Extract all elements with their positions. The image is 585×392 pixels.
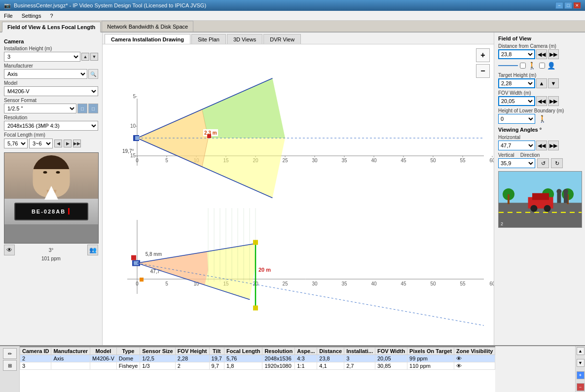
menu-settings[interactable]: Settings [20,12,43,19]
horizontal-select[interactable]: 47,7 [498,141,535,150]
table-cell: 3 [20,362,51,370]
subtab-siteplan[interactable]: Site Plan [191,34,226,44]
zoom-in-button[interactable]: + [476,48,490,62]
model-label: Model [4,80,98,86]
maximize-button[interactable]: □ [564,2,572,9]
scroll-up[interactable]: ▲ [577,347,585,355]
table-cell: 2 [175,362,209,370]
tab-network-bandwidth[interactable]: Network Bandwidth & Disk Space [102,21,193,32]
col-install: Installati... [344,348,375,355]
table-cell: 👁 [454,355,495,362]
install-height-down[interactable]: ▼ [90,53,98,61]
vertical-select[interactable]: 35,9 [498,158,535,168]
model-select[interactable]: M4206-V [4,86,98,96]
resolution-row: 2048x1536 (3MP 4:3) [4,121,98,131]
install-height-select[interactable]: 324 [4,52,80,62]
focal-row: 5,76 3~6 ◀ ▶ ▶▶ [4,139,98,148]
main-content: Camera Installation Height (m) 324 ▲ ▼ M… [0,33,585,345]
focal-select1[interactable]: 5,76 [4,139,28,148]
subtab-3dviews[interactable]: 3D Views [227,34,262,44]
focal-select2[interactable]: 3~6 [29,139,53,148]
install-height-label: Installation Height (m) [4,46,98,51]
window-controls: − □ ✕ [555,2,581,9]
distance-right[interactable]: ▶▶ [548,49,559,59]
target-height-label: Target Height (m) [498,72,581,78]
checkbox2-row: 👤 [539,62,555,70]
table-row[interactable]: 3Fisheye1/329,71,81920x10801:14,12,730,8… [20,362,495,370]
manufacturer-search-icon[interactable]: 🔍 [88,69,98,79]
manufacturer-select[interactable]: Axis [4,69,87,79]
focal-right-arrow[interactable]: ▶ [64,140,72,147]
distance-select[interactable]: 23,8 [498,49,535,59]
col-distance: Distance [317,348,344,355]
sub-tabbar: Camera Installation Drawing Site Plan 3D… [103,33,494,44]
subtab-dvrview[interactable]: DVR View [263,34,301,44]
person-image: BE-028AB I [4,153,98,224]
person-icon1: 🚶 [528,62,536,70]
subtab-installation[interactable]: Camera Installation Drawing [105,34,190,44]
resolution-select[interactable]: 2048x1536 (3MP 4:3) [4,121,98,131]
distance-row: 23,8 ◀◀ ▶▶ [498,49,581,59]
scroll-remove[interactable]: − [577,383,585,391]
focal-left-arrow[interactable]: ◀ [54,140,62,147]
col-type: Type [116,348,140,355]
tab-fov-focal[interactable]: Field of View & Lens Focal Length [2,22,101,33]
horiz-left[interactable]: ◀◀ [536,141,547,150]
vertical-direction-row: 35,9 ↺ ↻ [498,158,581,168]
sensor-select[interactable]: 1/2.5 " [4,104,76,113]
canvas-area[interactable]: + − [103,44,494,345]
table-cell: 1/3 [140,362,175,370]
cam-people-icon[interactable]: 👥 [87,245,98,255]
install-height-row: 324 ▲ ▼ [4,52,98,62]
lower-boundary-select[interactable]: 0 [498,114,535,124]
distance-left[interactable]: ◀◀ [536,49,547,59]
minimize-button[interactable]: − [555,2,563,9]
direction-rotate-left[interactable]: ↺ [537,158,549,168]
preview-canvas [499,172,582,228]
install-height-up[interactable]: ▲ [81,53,89,61]
col-ppt: Pixels On Target [407,348,454,355]
table-cell: 👁 [454,362,495,370]
tool-table[interactable]: ⊞ [3,360,17,371]
table-row[interactable]: 2AxisM4206-VDome1/2,52,2819,75,762048x15… [20,355,495,362]
table-cell [51,362,90,370]
checkbox2[interactable] [539,63,545,69]
focal-double-right[interactable]: ▶▶ [73,140,81,147]
tool-pencil[interactable]: ✏ [3,348,17,359]
menu-file[interactable]: File [2,12,15,19]
scroll-add[interactable]: + [577,371,585,379]
checkbox1[interactable] [520,63,526,69]
checkbox1-row: 🚶 [520,62,536,70]
sensor-icon1[interactable]: □ [77,104,87,113]
main-tabbar: Field of View & Lens Focal Length Networ… [0,21,585,33]
model-row: M4206-V [4,86,98,96]
manufacturer-label: Manufacturer [4,63,98,69]
close-button[interactable]: ✕ [573,2,581,9]
viewing-angles-label: Viewing Angles ° [498,127,581,133]
direction-rotate-right[interactable]: ↻ [551,158,563,168]
zoom-out-button[interactable]: − [476,64,490,78]
fov-width-row: 20,05 ◀◀ ▶▶ [498,96,581,106]
lower-boundary-label: Height of Lower Boundary (m) [498,108,581,113]
target-height-down[interactable]: ▼ [548,78,559,88]
fov-width-select[interactable]: 20,05 [498,96,535,106]
target-height-up[interactable]: ▲ [536,78,547,88]
table-cell [90,362,117,370]
sensor-icon2[interactable]: □ [88,104,98,113]
scroll-down[interactable]: ▼ [577,359,585,367]
fov-width-left[interactable]: ◀◀ [536,96,547,106]
target-height-select[interactable]: 2,28 [498,78,535,88]
camera-preview: BE-028AB I [4,152,99,244]
titlebar: 📷 BusinessCenter.jvsgz* - IP Video Syste… [0,0,585,11]
col-tilt: Tilt [209,348,224,355]
table-cell: Dome [116,355,140,362]
table-cell: 1,8 [224,362,262,370]
fov-width-right[interactable]: ▶▶ [548,96,559,106]
menu-help[interactable]: ? [48,12,55,19]
resolution-label: Resolution [4,115,98,120]
horiz-right[interactable]: ▶▶ [548,141,559,150]
cam-eye-icon[interactable]: 👁 [4,245,15,255]
table-cell: 110 ppm [407,362,454,370]
line-icon [498,65,518,66]
manufacturer-row: Axis 🔍 [4,69,98,79]
